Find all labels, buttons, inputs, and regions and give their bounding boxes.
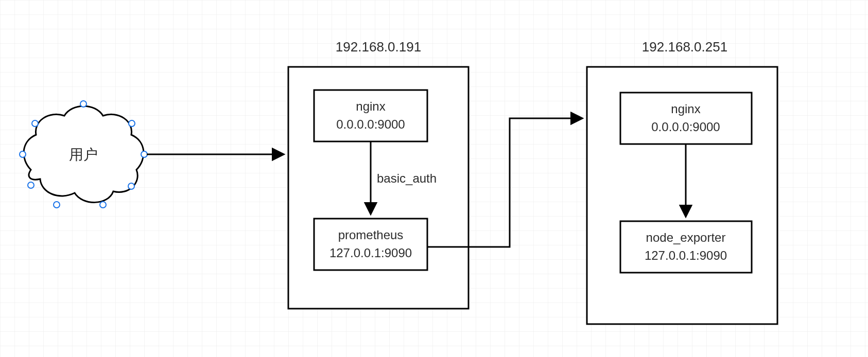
svg-point-4	[141, 151, 147, 157]
basic-auth-label: basic_auth	[377, 171, 437, 185]
server2-node-exporter-bind: 127.0.0.1:9090	[645, 248, 727, 262]
server1-prometheus-bind: 127.0.0.1:9090	[329, 246, 412, 260]
svg-point-6	[128, 183, 134, 189]
diagram-canvas: 用户 192.168.0.191 nginx 0.0.0.0:9000 basi…	[0, 0, 868, 357]
svg-point-5	[28, 182, 34, 188]
server2-nginx-name: nginx	[671, 102, 700, 116]
svg-point-8	[100, 202, 106, 208]
server1-nginx-box	[314, 90, 427, 141]
server2-nginx-box	[620, 93, 752, 144]
server2-node-exporter-name: node_exporter	[646, 230, 726, 244]
svg-point-0	[80, 101, 86, 107]
server2-node-exporter-box	[620, 221, 752, 273]
user-cloud-label: 用户	[69, 147, 98, 163]
server2-ip: 192.168.0.251	[642, 39, 727, 55]
server1-prometheus-name: prometheus	[338, 228, 404, 242]
svg-point-1	[32, 120, 38, 127]
server1-nginx-bind: 0.0.0.0:9000	[336, 117, 405, 131]
server1-ip: 192.168.0.191	[336, 39, 421, 55]
server1-prometheus-box	[314, 219, 427, 270]
svg-point-3	[20, 151, 26, 157]
server2-nginx-bind: 0.0.0.0:9000	[651, 120, 720, 134]
server1-nginx-name: nginx	[356, 99, 385, 113]
svg-point-2	[129, 120, 135, 127]
svg-point-7	[54, 202, 60, 208]
